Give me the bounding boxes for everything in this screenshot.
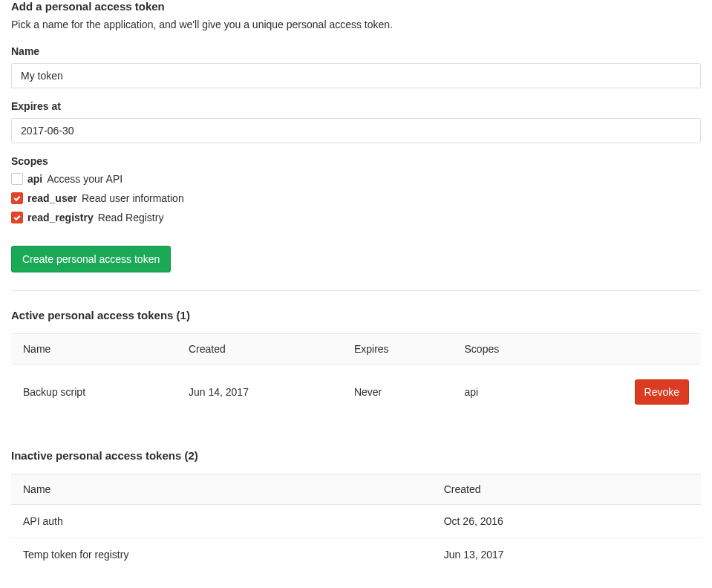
col-expires: Expires <box>342 334 453 365</box>
col-scopes: Scopes <box>453 334 618 365</box>
scope-desc: Access your API <box>47 173 123 185</box>
scope-name: api <box>27 173 42 185</box>
expires-input[interactable] <box>11 118 701 143</box>
scope-item-read-registry: read_registry Read Registry <box>11 212 701 223</box>
col-name: Name <box>11 474 432 505</box>
divider <box>11 290 701 291</box>
cell-name: Backup script <box>11 365 177 420</box>
col-name: Name <box>11 334 177 365</box>
scope-name: read_user <box>27 192 77 204</box>
active-tokens-title: Active personal access tokens (1) <box>11 309 701 321</box>
col-actions <box>618 334 701 365</box>
cell-created: Oct 26, 2016 <box>432 505 701 538</box>
form-description: Pick a name for the application, and we'… <box>11 19 701 30</box>
table-row: API auth Oct 26, 2016 <box>11 505 701 538</box>
cell-created: Jun 14, 2017 <box>177 365 342 420</box>
active-tokens-table: Name Created Expires Scopes Backup scrip… <box>11 333 701 419</box>
scope-name: read_registry <box>27 212 94 223</box>
revoke-button[interactable]: Revoke <box>635 379 689 405</box>
form-title: Add a personal access token <box>11 0 701 13</box>
cell-expires: Never <box>342 365 453 420</box>
cell-name: Temp token for registry <box>11 538 432 572</box>
create-token-button[interactable]: Create personal access token <box>11 246 171 272</box>
name-label: Name <box>11 45 701 57</box>
checkbox-read-user[interactable] <box>11 192 23 204</box>
table-header-row: Name Created <box>11 474 701 505</box>
checkbox-api[interactable] <box>11 173 23 185</box>
name-input[interactable] <box>11 63 701 88</box>
table-row: Temp token for registry Jun 13, 2017 <box>11 538 701 572</box>
cell-created: Jun 13, 2017 <box>432 538 701 572</box>
col-created: Created <box>432 474 701 505</box>
col-created: Created <box>177 334 342 365</box>
scope-desc: Read Registry <box>98 212 164 223</box>
checkbox-read-registry[interactable] <box>11 212 23 223</box>
table-header-row: Name Created Expires Scopes <box>11 334 701 365</box>
scope-desc: Read user information <box>82 192 184 204</box>
inactive-tokens-table: Name Created API auth Oct 26, 2016 Temp … <box>11 474 701 571</box>
scope-item-read-user: read_user Read user information <box>11 192 701 204</box>
cell-actions: Revoke <box>618 365 701 420</box>
table-row: Backup script Jun 14, 2017 Never api Rev… <box>11 365 701 420</box>
expires-label: Expires at <box>11 100 701 112</box>
scopes-label: Scopes <box>11 155 701 167</box>
cell-scopes: api <box>453 365 618 420</box>
scope-item-api: api Access your API <box>11 173 701 185</box>
cell-name: API auth <box>11 505 432 538</box>
inactive-tokens-title: Inactive personal access tokens (2) <box>11 449 701 462</box>
